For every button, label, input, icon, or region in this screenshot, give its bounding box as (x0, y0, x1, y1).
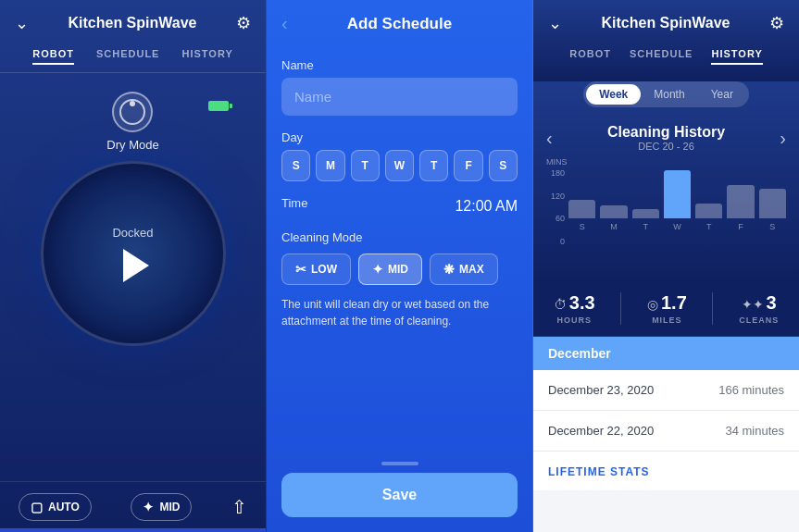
stat-hours-value: 3.3 (569, 292, 595, 314)
max-icon: ❋ (443, 262, 455, 277)
low-icon: ✂ (295, 262, 306, 277)
name-input[interactable] (281, 78, 518, 116)
day-label: Day (281, 130, 518, 144)
stat-miles: ◎ 1.7 MILES (647, 292, 687, 325)
scroll-indicator (381, 462, 418, 465)
bar-sat-fill (759, 189, 786, 218)
chevron-down-icon[interactable]: ⌄ (15, 13, 29, 33)
panel3-chevron-icon[interactable]: ⌄ (548, 13, 562, 33)
panel3-tab-history[interactable]: HISTORY (711, 48, 762, 65)
mode-max[interactable]: ❋ MAX (430, 254, 498, 285)
bar-thu-label: T (706, 222, 712, 231)
tab-robot[interactable]: ROBOT (32, 48, 74, 65)
stat-miles-label: MILES (652, 315, 682, 325)
period-year[interactable]: Year (698, 84, 746, 105)
dry-mode-area: Dry Mode (106, 92, 158, 152)
mid-label: MID (159, 501, 180, 513)
day-thu[interactable]: T (419, 150, 448, 181)
bottom-divider (0, 528, 266, 532)
history-list: December December 23, 2020 166 minutes D… (533, 337, 799, 532)
battery-icon (208, 101, 229, 111)
mid-button[interactable]: ✦ MID (131, 493, 192, 521)
panel3-tab-schedule[interactable]: SCHEDULE (630, 48, 693, 65)
stat-divider-2 (712, 292, 713, 325)
mode-description: The unit will clean dry or wet based on … (281, 296, 518, 329)
panel3-tab-robot[interactable]: ROBOT (569, 48, 611, 65)
robot-circle[interactable]: Docked (41, 161, 226, 346)
play-button[interactable] (123, 249, 149, 282)
panel1-title: Kitchen SpinWave (29, 15, 236, 31)
panel2-body: Name Day S M T W T F S Time 12:00 AM Cle… (267, 43, 532, 447)
bar-thu: T (695, 204, 722, 231)
bar-wed-fill (664, 170, 691, 218)
panel2-title: Add Schedule (347, 15, 452, 33)
mode-mid[interactable]: ✦ MID (358, 254, 422, 285)
tab-history[interactable]: HISTORY (181, 48, 232, 65)
time-label: Time (281, 196, 307, 210)
day-wed[interactable]: W (385, 150, 414, 181)
save-button[interactable]: Save (281, 473, 518, 517)
chart-y-label: MINS (546, 157, 786, 167)
cleaning-mode-label: Cleaning Mode (281, 230, 518, 244)
bottom-bar: ▢ AUTO ✦ MID ⇧ (0, 481, 266, 532)
gear-icon[interactable]: ⚙ (236, 13, 251, 33)
panel3-title: Kitchen SpinWave (562, 15, 769, 31)
bar-mon: M (600, 205, 627, 231)
mid-icon: ✦ (143, 500, 154, 514)
bar-mon-label: M (610, 222, 618, 231)
chart-subtitle: DEC 20 - 26 (607, 141, 725, 152)
period-month[interactable]: Month (641, 84, 697, 105)
tab-schedule[interactable]: SCHEDULE (96, 48, 160, 65)
history-item-1[interactable]: December 22, 2020 34 minutes (533, 411, 799, 452)
history-duration-1: 34 minutes (725, 424, 784, 438)
history-date-1: December 22, 2020 (548, 424, 654, 438)
day-sun[interactable]: S (281, 150, 310, 181)
panel3-gear-icon[interactable]: ⚙ (769, 13, 784, 33)
day-sat[interactable]: S (489, 150, 518, 181)
period-week[interactable]: Week (586, 84, 641, 105)
bar-mon-fill (600, 205, 627, 218)
period-tabs: Week Month Year (583, 81, 749, 107)
panel2-footer: Save (267, 447, 532, 532)
time-value[interactable]: 12:00 AM (455, 198, 518, 215)
bar-thu-fill (695, 204, 722, 218)
name-label: Name (281, 58, 518, 72)
bar-wed-label: W (673, 222, 681, 231)
back-button[interactable]: ‹ (281, 13, 288, 34)
panel1-tabs: ROBOT SCHEDULE HISTORY (0, 43, 266, 73)
chart-area: MINS 180 120 60 0 S M (546, 157, 786, 268)
schedule-panel: ‹ Add Schedule Name Day S M T W T F S Ti… (267, 0, 533, 532)
miles-icon: ◎ (647, 297, 658, 312)
bar-sun-fill (568, 200, 595, 218)
auto-button[interactable]: ▢ AUTO (19, 493, 92, 521)
robot-panel: ⌄ Kitchen SpinWave ⚙ ROBOT SCHEDULE HIST… (0, 0, 267, 532)
history-duration-0: 166 minutes (718, 383, 784, 397)
stat-cleans: ✦✦ 3 CLEANS (739, 292, 779, 325)
chart-prev-button[interactable]: ‹ (546, 128, 553, 149)
day-fri[interactable]: F (454, 150, 482, 181)
upload-button[interactable]: ⇧ (231, 496, 247, 518)
history-item-0[interactable]: December 23, 2020 166 minutes (533, 370, 799, 411)
panel3-top: ⌄ Kitchen SpinWave ⚙ (533, 0, 799, 43)
day-mon[interactable]: M (316, 150, 344, 181)
stat-miles-value: 1.7 (661, 292, 687, 314)
y-label-0: 0 (560, 237, 565, 246)
cleans-icon: ✦✦ (742, 297, 764, 312)
dry-mode-icon (112, 92, 153, 132)
mode-row: ✂ LOW ✦ MID ❋ MAX (281, 254, 518, 285)
y-label-120: 120 (551, 192, 565, 201)
month-header: December (533, 337, 799, 370)
robot-body: Dry Mode Docked (0, 73, 266, 481)
mode-low[interactable]: ✂ LOW (281, 254, 351, 285)
mid-mode-icon: ✦ (372, 262, 383, 277)
bar-sun: S (568, 200, 595, 231)
chart-title-block: Cleaning History DEC 20 - 26 (607, 124, 725, 152)
y-label-180: 180 (551, 168, 565, 178)
chart-next-button[interactable]: › (780, 128, 786, 149)
lifetime-stats[interactable]: LIFETIME STATS (533, 452, 799, 490)
day-tue[interactable]: T (351, 150, 380, 181)
panel1-header: ⌄ Kitchen SpinWave ⚙ (0, 0, 266, 43)
stat-cleans-value: 3 (767, 292, 777, 314)
chart-header: ‹ Cleaning History DEC 20 - 26 › (546, 124, 786, 152)
day-row: S M T W T F S (281, 150, 518, 181)
